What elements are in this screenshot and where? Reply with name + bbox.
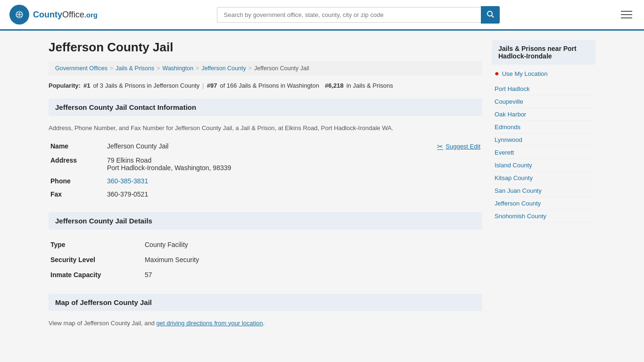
sidebar-link-edmonds[interactable]: Edmonds xyxy=(495,123,520,131)
table-row: Type County Facility xyxy=(49,237,482,252)
contact-section-header: Jefferson County Jail Contact Informatio… xyxy=(49,99,482,116)
sidebar-header: Jails & Prisons near Port Hadlock-Ironda… xyxy=(492,40,595,65)
phone-link[interactable]: 360-385-3831 xyxy=(107,177,148,185)
table-row: Fax 360-379-0521 xyxy=(49,188,482,201)
sidebar-link-everett[interactable]: Everett xyxy=(495,149,514,156)
search-input[interactable] xyxy=(217,7,481,23)
name-value: Jefferson County Jail ✂ Suggest Edit xyxy=(105,140,482,154)
suggest-edit-button[interactable]: ✂ Suggest Edit xyxy=(437,142,480,151)
address-value: 79 Elkins Road Port Hadlock-Irondale, Wa… xyxy=(105,154,482,174)
details-table: Type County Facility Security Level Maxi… xyxy=(49,237,482,282)
contact-description: Address, Phone Number, and Fax Number fo… xyxy=(49,123,482,133)
breadcrumb-sep-2: > xyxy=(157,65,160,72)
popularity-label: Popularity: xyxy=(49,82,81,89)
popularity-rank1: #1 xyxy=(83,82,90,89)
use-my-location-link[interactable]: ● Use My Location xyxy=(492,69,595,78)
details-section-header: Jefferson County Jail Details xyxy=(49,212,482,230)
map-section: Map of Jefferson County Jail View map of… xyxy=(49,294,482,328)
sidebar-link-oak-harbor[interactable]: Oak Harbor xyxy=(495,111,526,118)
popularity-rank2-suffix: of 166 Jails & Prisons in Washington xyxy=(220,82,319,89)
breadcrumb-jefferson-county[interactable]: Jefferson County xyxy=(201,65,246,72)
table-row: Inmate Capacity 57 xyxy=(49,267,482,282)
name-label: Name xyxy=(49,140,105,154)
details-section: Jefferson County Jail Details Type Count… xyxy=(49,212,482,282)
map-section-header: Map of Jefferson County Jail xyxy=(49,294,482,311)
menu-line-3 xyxy=(621,17,632,18)
breadcrumb-sep-1: > xyxy=(110,65,113,72)
table-row: Phone 360-385-3831 xyxy=(49,174,482,188)
sidebar-link-coupeville[interactable]: Coupeville xyxy=(495,98,523,105)
popularity-rank2: #97 xyxy=(207,82,217,89)
breadcrumb: Government Offices > Jails & Prisons > W… xyxy=(49,61,482,75)
breadcrumb-sep-3: > xyxy=(196,65,199,72)
svg-point-1 xyxy=(487,11,492,16)
popularity-bar: Popularity: #1 of 3 Jails & Prisons in J… xyxy=(49,82,482,89)
sidebar: Jails & Prisons near Port Hadlock-Ironda… xyxy=(492,40,595,339)
fax-label: Fax xyxy=(49,188,105,201)
sidebar-link-island-county[interactable]: Island County xyxy=(495,162,532,169)
page-title: Jefferson County Jail xyxy=(49,40,482,55)
logo-area: CountyOffice.org xyxy=(9,5,98,25)
table-row: Address 79 Elkins Road Port Hadlock-Iron… xyxy=(49,154,482,174)
sidebar-link-lynnwood[interactable]: Lynnwood xyxy=(495,136,522,143)
type-value: County Facility xyxy=(143,237,482,252)
main-container: Jefferson County Jail Government Offices… xyxy=(39,31,605,348)
sidebar-link-jefferson-county[interactable]: Jefferson County xyxy=(495,200,541,207)
breadcrumb-government-offices[interactable]: Government Offices xyxy=(55,65,107,72)
list-item: Jefferson County xyxy=(495,197,593,210)
logo-icon xyxy=(9,5,29,25)
security-label: Security Level xyxy=(49,252,143,267)
location-pin-icon: ● xyxy=(495,69,499,78)
breadcrumb-washington[interactable]: Washington xyxy=(163,65,194,72)
fax-value: 360-379-0521 xyxy=(105,188,482,201)
list-item: Port Hadlock xyxy=(495,82,593,95)
popularity-rank3: #6,218 xyxy=(325,82,344,89)
contact-section: Jefferson County Jail Contact Informatio… xyxy=(49,99,482,201)
list-item: Lynnwood xyxy=(495,133,593,146)
breadcrumb-jails-prisons[interactable]: Jails & Prisons xyxy=(116,65,154,72)
logo-office: Office xyxy=(62,10,84,19)
contact-table: Name Jefferson County Jail ✂ Suggest Edi… xyxy=(49,140,482,201)
svg-line-2 xyxy=(492,16,494,17)
menu-line-2 xyxy=(621,14,632,15)
type-label: Type xyxy=(49,237,143,252)
capacity-label: Inmate Capacity xyxy=(49,267,143,282)
map-description: View map of Jefferson County Jail, and g… xyxy=(49,319,482,328)
popularity-sep-1: | xyxy=(202,82,204,89)
menu-button[interactable] xyxy=(619,8,635,21)
breadcrumb-sep-4: > xyxy=(248,65,252,72)
sidebar-link-kitsap-county[interactable]: Kitsap County xyxy=(495,174,533,181)
sidebar-link-san-juan-county[interactable]: San Juan County xyxy=(495,187,542,194)
table-row: Name Jefferson County Jail ✂ Suggest Edi… xyxy=(49,140,482,154)
sidebar-link-snohomish-county[interactable]: Snohomish County xyxy=(495,213,546,220)
list-item: Edmonds xyxy=(495,121,593,133)
sidebar-links: Port Hadlock Coupeville Oak Harbor Edmon… xyxy=(492,82,595,222)
search-area xyxy=(217,6,500,24)
popularity-rank3-suffix: in Jails & Prisons xyxy=(347,82,393,89)
security-value: Maximum Security xyxy=(143,252,482,267)
content-area: Jefferson County Jail Government Offices… xyxy=(49,40,482,339)
breadcrumb-current: Jefferson County Jail xyxy=(254,65,309,72)
logo-org: .org xyxy=(84,11,98,19)
list-item: Island County xyxy=(495,159,593,172)
table-row: Security Level Maximum Security xyxy=(49,252,482,267)
search-button[interactable] xyxy=(481,6,500,24)
phone-value: 360-385-3831 xyxy=(105,174,482,188)
header: CountyOffice.org xyxy=(0,0,644,31)
list-item: San Juan County xyxy=(495,184,593,197)
sidebar-link-port-hadlock[interactable]: Port Hadlock xyxy=(495,85,529,92)
list-item: Snohomish County xyxy=(495,210,593,222)
menu-line-1 xyxy=(621,11,632,12)
logo-text: CountyOffice.org xyxy=(33,10,98,20)
list-item: Kitsap County xyxy=(495,172,593,184)
list-item: Oak Harbor xyxy=(495,108,593,121)
list-item: Coupeville xyxy=(495,95,593,108)
capacity-value: 57 xyxy=(143,267,482,282)
list-item: Everett xyxy=(495,146,593,159)
address-label: Address xyxy=(49,154,105,174)
popularity-rank1-suffix: of 3 Jails & Prisons in Jefferson County xyxy=(93,82,199,89)
suggest-edit-icon: ✂ xyxy=(437,142,443,151)
phone-label: Phone xyxy=(49,174,105,188)
driving-directions-link[interactable]: get driving directions from your locatio… xyxy=(157,320,263,327)
